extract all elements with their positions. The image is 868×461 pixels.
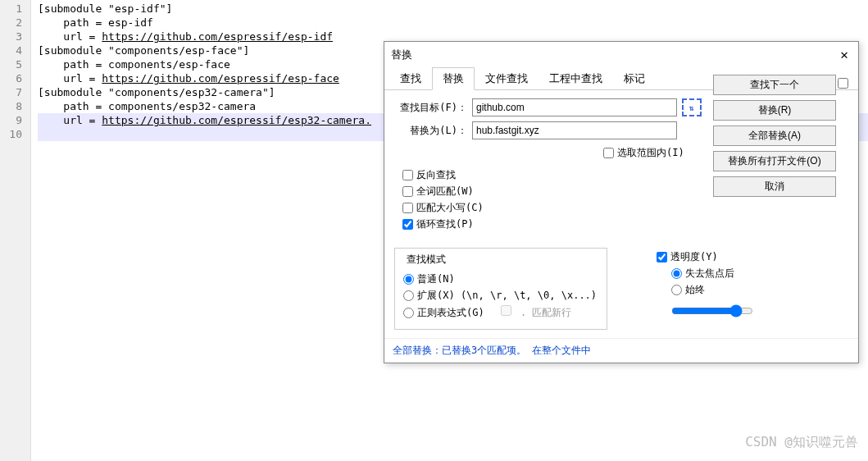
line-number-gutter: 1 2 3 4 5 6 7 8 9 10 [0, 0, 31, 461]
replace-dialog: 替换 ✕ 查找 替换 文件查找 工程中查找 标记 查找下一个 替换(R) 全部替… [384, 41, 859, 363]
transparency-checkbox[interactable] [657, 252, 667, 262]
extended-radio[interactable] [403, 290, 414, 301]
line-number: 7 [0, 85, 30, 99]
line-number: 1 [0, 2, 30, 16]
wrap-checkbox[interactable] [402, 219, 413, 230]
replace-with-input[interactable] [472, 121, 677, 139]
find-what-label: 查找目标(F)： [394, 101, 472, 115]
replace-all-button[interactable]: 全部替换(A) [713, 126, 836, 146]
line-number: 3 [0, 30, 30, 43]
normal-radio[interactable] [403, 274, 414, 285]
tab-find-in-projects[interactable]: 工程中查找 [539, 67, 613, 90]
on-lose-focus-label: 失去焦点后 [685, 267, 734, 281]
status-message: 全部替换：已替换3个匹配项。 在整个文件中 [384, 338, 858, 363]
search-mode-fieldset: 查找模式 普通(N) 扩展(X) (\n, \r, \t, \0, \x...)… [394, 248, 607, 330]
backward-checkbox[interactable] [402, 170, 413, 180]
transparency-label: 透明度(Y) [670, 250, 718, 264]
tab-find[interactable]: 查找 [389, 67, 432, 90]
url-link[interactable]: https://github.com/espressif/esp-face [102, 72, 339, 84]
match-case-label: 匹配大小写(C) [416, 201, 484, 215]
line-number: 9 [0, 113, 30, 127]
always-radio[interactable] [671, 285, 682, 295]
code-line: path = esp-idf [38, 16, 868, 30]
on-lose-focus-radio[interactable] [671, 268, 682, 279]
code-line: [submodule "esp-idf"] [38, 2, 868, 16]
url-link[interactable]: https://github.com/espressif/esp32-camer… [102, 114, 371, 126]
dot-newline-checkbox [501, 305, 511, 316]
search-mode-title: 查找模式 [403, 253, 449, 267]
transparency-slider[interactable] [671, 304, 753, 317]
whole-word-label: 全词匹配(W) [416, 185, 474, 199]
watermark: CSDN @知识噬元兽 [745, 434, 858, 451]
line-number: 8 [0, 99, 30, 113]
regex-label: 正则表达式(G) [417, 306, 484, 320]
extended-label: 扩展(X) (\n, \r, \t, \0, \x...) [417, 289, 597, 303]
url-link[interactable]: https://github.com/espressif/esp-idf [102, 30, 333, 43]
match-case-checkbox[interactable] [402, 203, 413, 213]
line-number: 2 [0, 16, 30, 30]
dialog-body: 查找下一个 替换(R) 全部替换(A) 替换所有打开文件(O) 取消 查找目标(… [384, 90, 858, 338]
dot-newline-label: . 匹配新行 [520, 307, 571, 318]
replace-all-open-button[interactable]: 替换所有打开文件(O) [713, 151, 836, 171]
dialog-titlebar[interactable]: 替换 ✕ [384, 42, 858, 67]
in-selection-label: 选取范围内(I) [617, 146, 684, 160]
transparency-block: 透明度(Y) 失去焦点后 始终 [657, 248, 753, 330]
backward-label: 反向查找 [416, 168, 456, 182]
in-selection-checkbox[interactable] [603, 148, 614, 158]
line-number: 5 [0, 57, 30, 71]
button-column: 查找下一个 替换(R) 全部替换(A) 替换所有打开文件(O) 取消 [713, 75, 848, 202]
find-what-input[interactable] [472, 98, 677, 116]
whole-word-checkbox[interactable] [402, 186, 413, 197]
regex-radio[interactable] [403, 308, 414, 318]
line-number: 4 [0, 43, 30, 57]
direction-checkbox[interactable] [838, 78, 848, 89]
find-next-button[interactable]: 查找下一个 [713, 75, 836, 95]
close-icon[interactable]: ✕ [837, 47, 852, 62]
replace-with-label: 替换为(L)： [394, 124, 472, 138]
replace-button[interactable]: 替换(R) [713, 100, 836, 121]
cancel-button[interactable]: 取消 [713, 176, 836, 197]
wrap-label: 循环查找(P) [416, 217, 474, 231]
tab-replace[interactable]: 替换 [432, 67, 475, 90]
line-number: 6 [0, 71, 30, 85]
swap-button[interactable]: ⇅ [682, 98, 702, 116]
tab-mark[interactable]: 标记 [613, 67, 656, 90]
always-label: 始终 [685, 283, 705, 297]
tab-find-in-files[interactable]: 文件查找 [475, 67, 539, 90]
dialog-title: 替换 [391, 48, 412, 62]
line-number: 10 [0, 127, 30, 141]
normal-label: 普通(N) [417, 272, 455, 286]
